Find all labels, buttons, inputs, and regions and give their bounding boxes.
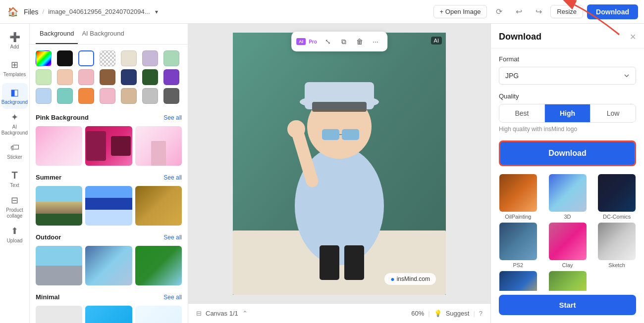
pink-thumb-1[interactable] [36, 126, 82, 166]
minimal-thumb-2[interactable] [85, 306, 132, 323]
color-swatch-black[interactable] [57, 50, 73, 66]
resize-button[interactable]: Resize [550, 5, 583, 18]
quality-low-button[interactable]: Low [590, 104, 636, 122]
start-button[interactable]: Start [499, 295, 636, 315]
color-swatch-rainbow[interactable] [36, 50, 52, 66]
download-panel-header: Download ✕ [491, 24, 644, 48]
layers-icon: ⊟ [196, 310, 202, 317]
filename-label: image_040612956_20240702094... [48, 8, 150, 15]
outdoor-thumb-1[interactable] [36, 246, 82, 285]
minimal-see-all[interactable]: See all [163, 294, 182, 301]
color-swatch-navy[interactable] [121, 69, 137, 85]
color-swatch-tan[interactable] [121, 88, 137, 104]
section-summer-header: Summer See all [36, 174, 182, 181]
sidebar-item-sticker[interactable]: 🏷 Sticker [2, 138, 28, 164]
canvas-bottom-bar: ⊟ Canvas 1/1 ⌃ 60% | 💡 Suggest | ? [188, 303, 490, 323]
sidebar-item-templates[interactable]: ⊞ Templates [2, 55, 28, 81]
summer-thumb-2[interactable] [85, 186, 132, 226]
sketch-thumb[interactable] [598, 223, 636, 260]
summer-thumb-1[interactable] [36, 186, 82, 226]
oilpainting-thumb[interactable] [499, 174, 537, 212]
open-image-button[interactable]: + Open Image [433, 5, 487, 18]
section-minimal-header: Minimal See all [36, 293, 182, 301]
suggest-label[interactable]: Suggest [446, 310, 470, 317]
templates-icon: ⊞ [11, 59, 18, 70]
dccomics-thumb[interactable] [598, 174, 636, 212]
redo-icon[interactable]: ↪ [531, 4, 546, 20]
pink-see-all[interactable]: See all [163, 114, 182, 121]
help-icon[interactable]: ? [479, 310, 483, 317]
color-swatch-lightpink[interactable] [100, 88, 115, 104]
color-swatch-pink[interactable] [78, 69, 94, 85]
zoom-level: 60% [411, 310, 424, 317]
sidebar-item-ai-background[interactable]: ✦ AI Background [2, 111, 28, 137]
color-swatch-skyblue[interactable] [36, 88, 52, 104]
delete-tool-button[interactable]: 🗑 [353, 35, 367, 48]
color-swatch-teal[interactable] [57, 88, 73, 104]
sidebar-item-text[interactable]: T Text [2, 166, 28, 192]
sidebar-label-sticker: Sticker [7, 154, 22, 160]
more-tool-button[interactable]: ··· [369, 35, 382, 48]
sync-icon[interactable]: ⟳ [491, 4, 507, 20]
summer-see-all[interactable]: See all [163, 174, 182, 181]
color-swatch-lavender[interactable] [142, 50, 158, 66]
3d-thumb[interactable] [549, 174, 587, 212]
close-icon[interactable]: ✕ [630, 32, 636, 42]
color-swatch-transparent[interactable] [100, 50, 115, 66]
color-swatch-brown[interactable] [100, 69, 115, 85]
canvas-bottom-right: 60% | 💡 Suggest | ? [411, 310, 483, 317]
format-label: Format [499, 55, 636, 63]
files-label[interactable]: Files [24, 8, 39, 16]
home-button[interactable]: 🏠 [6, 5, 20, 19]
quality-best-button[interactable]: Best [499, 104, 545, 122]
pink-thumb-3[interactable] [135, 126, 182, 166]
filename-dropdown[interactable]: ▾ [155, 8, 158, 15]
minimal-thumb-1[interactable] [36, 306, 82, 323]
outdoor-thumb-3[interactable] [135, 246, 182, 285]
download-header-button[interactable]: Download [587, 4, 638, 19]
svg-rect-11 [320, 245, 339, 280]
section-minimal-title: Minimal [36, 293, 59, 301]
svg-point-14 [287, 120, 305, 138]
sidebar-item-product[interactable]: ⊟ Product collage [2, 194, 28, 220]
quality-note: High quality with insMind logo [499, 126, 636, 133]
color-swatch-peach[interactable] [57, 69, 73, 85]
ai-style-item-ghibli: Ghibli [544, 271, 591, 291]
minimal-thumb-3[interactable] [135, 306, 182, 323]
tab-background[interactable]: Background [36, 24, 78, 44]
watermark-text: insMind.com [397, 276, 430, 282]
vangogh-thumb[interactable] [499, 271, 537, 291]
sidebar-label-upload: Upload [7, 238, 23, 244]
download-panel: Download ✕ Format JPG PNG WEBP Quality B… [491, 24, 644, 323]
quality-high-button[interactable]: High [545, 104, 590, 122]
color-swatch-lightgreen[interactable] [36, 69, 52, 85]
summer-thumb-3[interactable] [135, 186, 182, 226]
color-swatch-beige[interactable] [121, 50, 137, 66]
pink-thumb-2[interactable] [85, 126, 132, 166]
tab-ai-background[interactable]: AI Background [78, 24, 128, 44]
format-select[interactable]: JPG PNG WEBP [499, 67, 636, 85]
color-swatch-orange[interactable] [78, 88, 94, 104]
section-outdoor: Outdoor See all [30, 230, 188, 289]
sidebar-label-ai-background: AI Background [1, 124, 28, 136]
download-main-button[interactable]: Download [499, 140, 636, 166]
color-swatch-darkgray[interactable] [163, 88, 179, 104]
ps2-thumb[interactable] [499, 223, 537, 260]
color-swatch-white[interactable] [78, 50, 94, 66]
sidebar-item-add[interactable]: ➕ Add [2, 28, 28, 53]
sidebar-item-upload[interactable]: ⬆ Upload [2, 222, 28, 247]
color-swatch-darkgreen[interactable] [142, 69, 158, 85]
color-swatch-purple[interactable] [163, 69, 179, 85]
color-swatch-mint[interactable] [163, 50, 179, 66]
section-summer-title: Summer [36, 174, 61, 181]
crop-tool-button[interactable]: ⤡ [321, 35, 335, 48]
ghibli-thumb[interactable] [549, 271, 587, 291]
copy-tool-button[interactable]: ⧉ [337, 35, 351, 48]
sidebar-item-background[interactable]: ◧ Background [2, 83, 28, 109]
undo-icon[interactable]: ↩ [511, 4, 527, 20]
outdoor-thumb-2[interactable] [85, 246, 132, 285]
outdoor-see-all[interactable]: See all [163, 234, 182, 241]
quality-options: Best High Low [499, 104, 636, 123]
color-swatch-gray[interactable] [142, 88, 158, 104]
clay-thumb[interactable] [549, 223, 587, 260]
